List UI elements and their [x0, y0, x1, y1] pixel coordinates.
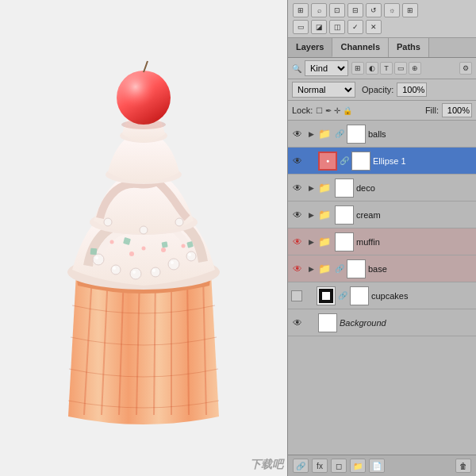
- svg-point-31: [129, 251, 134, 256]
- eye-icon-muffin: 👁: [293, 236, 302, 248]
- link-icon-balls: 🔗: [335, 129, 344, 138]
- fill-label: Fill:: [425, 106, 439, 115]
- layer-item-background[interactable]: 👁 ▶ Background: [288, 309, 476, 336]
- lock-transparent-icon[interactable]: ☐: [316, 106, 323, 115]
- expand-cream[interactable]: ▶: [306, 210, 316, 220]
- folder-icon-cream: 📁: [318, 209, 331, 221]
- svg-rect-28: [162, 241, 168, 248]
- expand-muffin[interactable]: ▶: [306, 237, 316, 247]
- visibility-balls[interactable]: 👁: [291, 128, 304, 140]
- opacity-input[interactable]: [397, 83, 427, 97]
- layer-name-base: base: [368, 264, 473, 274]
- panel-bottom-toolbar: 🔗 fx ◻ 📁 📄 🗑: [288, 455, 476, 476]
- tool-btn-3[interactable]: ⊡: [329, 3, 345, 17]
- new-layer-btn[interactable]: 📄: [369, 459, 385, 473]
- visibility-cream[interactable]: 👁: [291, 209, 304, 221]
- pixel-filter-icon[interactable]: ⊞: [351, 62, 364, 75]
- tool-btn-12[interactable]: ✕: [366, 20, 382, 34]
- cupcake-illustration: [29, 52, 259, 424]
- visibility-deco[interactable]: 👁: [291, 182, 304, 194]
- thumb-deco: [335, 178, 354, 198]
- add-mask-btn[interactable]: ◻: [331, 459, 347, 473]
- shape-filter-icon[interactable]: ▭: [394, 62, 407, 75]
- tab-channels[interactable]: Channels: [332, 38, 389, 57]
- svg-point-14: [130, 268, 141, 279]
- canvas-area: 下载吧: [0, 0, 287, 476]
- new-group-btn[interactable]: 📁: [350, 459, 366, 473]
- expand-balls[interactable]: ▶: [306, 129, 316, 139]
- tool-btn-9[interactable]: ◪: [311, 20, 327, 34]
- visibility-background[interactable]: 👁: [291, 317, 304, 329]
- tool-btn-5[interactable]: ↺: [366, 3, 382, 17]
- tool-btn-2[interactable]: ⌕: [311, 3, 327, 17]
- svg-point-12: [93, 254, 104, 265]
- svg-point-19: [113, 267, 116, 270]
- eye-icon-base: 👁: [293, 263, 302, 274]
- lock-all-icon[interactable]: 🔒: [343, 106, 352, 115]
- thumb-background: [318, 313, 337, 332]
- thumb-ellipse1: [351, 152, 370, 171]
- kind-controls-row: 🔍 Kind ⊞ ◐ T ▭ ⊕ ⚙: [288, 58, 476, 79]
- expand-deco[interactable]: ▶: [306, 183, 316, 193]
- tool-btn-6[interactable]: ☼: [384, 3, 400, 17]
- delete-layer-btn[interactable]: 🗑: [455, 459, 471, 473]
- search-icon: 🔍: [292, 64, 301, 73]
- layer-filter-icons: ⊞ ◐ T ▭ ⊕: [351, 62, 421, 75]
- tool-btn-10[interactable]: ◫: [329, 20, 345, 34]
- toolbar-row-2: ▭ ◪ ◫ ✓ ✕: [293, 20, 471, 34]
- folder-icon-balls: 📁: [318, 128, 331, 140]
- blend-mode-select[interactable]: Normal Multiply Screen Overlay: [292, 82, 355, 98]
- smart-filter-icon[interactable]: ⊕: [409, 62, 421, 75]
- visibility-ellipse1[interactable]: 👁: [291, 155, 304, 167]
- layer-item-ellipse1[interactable]: 👁 ▶ ● 🔗 Ellipse 1: [288, 148, 476, 175]
- svg-point-25: [140, 226, 148, 234]
- thumb-cream: [335, 205, 354, 225]
- folder-icon-deco: 📁: [318, 182, 331, 194]
- type-filter-icon[interactable]: T: [380, 62, 393, 75]
- layer-name-ellipse1: Ellipse 1: [373, 156, 473, 166]
- expand-base[interactable]: ▶: [306, 264, 316, 274]
- layer-name-background: Background: [340, 318, 473, 328]
- layer-item-cupcakes[interactable]: ▶ 🔗 cupcakes: [288, 282, 476, 309]
- lock-row: Lock: ☐ ✒ ✛ 🔒 Fill:: [288, 101, 476, 121]
- layer-item-base[interactable]: 👁 ▶ 📁 🔗 base: [288, 255, 476, 282]
- opacity-label: Opacity:: [362, 85, 393, 94]
- layer-name-deco: deco: [356, 183, 473, 193]
- thumb-balls: [347, 125, 366, 144]
- link-icon-ellipse1: 🔗: [340, 156, 349, 165]
- tab-layers[interactable]: Layers: [288, 38, 332, 57]
- checkbox-cupcakes[interactable]: [291, 290, 302, 301]
- svg-point-21: [152, 269, 155, 272]
- tool-btn-4[interactable]: ⊟: [347, 3, 363, 17]
- layer-name-cream: cream: [356, 210, 473, 220]
- lock-move-icon[interactable]: ✛: [334, 106, 340, 115]
- layer-name-cupcakes: cupcakes: [371, 291, 473, 301]
- svg-point-26: [175, 218, 183, 226]
- filter-toggle[interactable]: ⚙: [459, 62, 472, 75]
- fill-input[interactable]: [442, 103, 472, 117]
- kind-select[interactable]: Kind: [305, 60, 348, 76]
- tool-btn-11[interactable]: ✓: [347, 20, 363, 34]
- visibility-base[interactable]: 👁: [291, 263, 304, 275]
- tool-btn-7[interactable]: ⊞: [402, 3, 418, 17]
- layer-item-deco[interactable]: 👁 ▶ 📁 deco: [288, 175, 476, 202]
- lock-paint-icon[interactable]: ✒: [325, 106, 332, 115]
- lock-icons-group: ☐ ✒ ✛ 🔒: [316, 106, 352, 115]
- thumb-muffin: [335, 232, 354, 251]
- layer-item-cream[interactable]: 👁 ▶ 📁 cream: [288, 202, 476, 228]
- toolbar-row-1: ⊞ ⌕ ⊡ ⊟ ↺ ☼ ⊞: [293, 3, 471, 17]
- layer-item-muffin[interactable]: 👁 ▶ 📁 muffin: [288, 228, 476, 255]
- tool-btn-8[interactable]: ▭: [293, 20, 309, 34]
- adjust-filter-icon[interactable]: ◐: [366, 62, 378, 75]
- layer-item-balls[interactable]: 👁 ▶ 📁 🔗 balls: [288, 121, 476, 148]
- svg-point-15: [151, 267, 160, 277]
- visibility-muffin[interactable]: 👁: [291, 236, 304, 248]
- tab-paths[interactable]: Paths: [389, 38, 429, 57]
- tool-btn-1[interactable]: ⊞: [293, 3, 309, 17]
- eye-icon-ellipse1: 👁: [293, 155, 302, 167]
- link-layers-btn[interactable]: 🔗: [293, 459, 309, 473]
- svg-point-18: [95, 256, 98, 259]
- add-style-btn[interactable]: fx: [312, 459, 328, 473]
- watermark: 下载吧: [250, 458, 283, 472]
- layer-name-balls: balls: [368, 129, 473, 139]
